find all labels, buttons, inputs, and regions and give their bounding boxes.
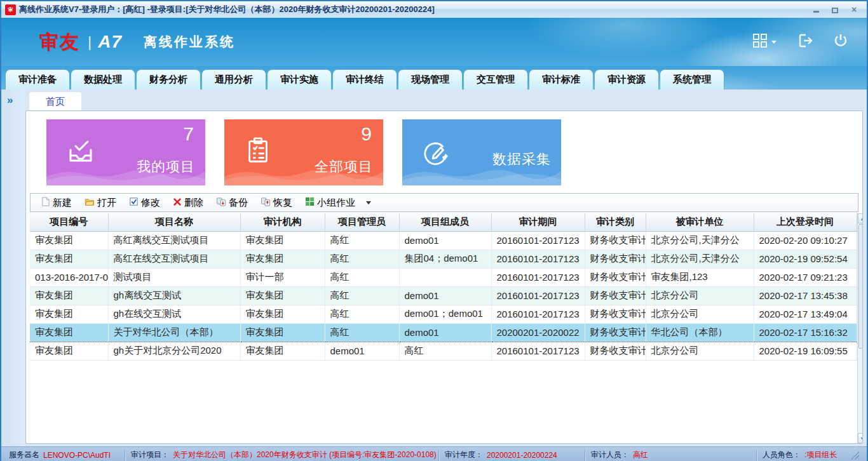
module-tab[interactable]: 财务分析 <box>136 69 201 90</box>
restore-button[interactable]: 恢复 <box>255 195 297 211</box>
window-title: 离线作业系统V7-登录用户：[高红] -登录项目:[关于对华北公司（本部）202… <box>19 4 435 15</box>
apps-grid-button[interactable] <box>752 32 776 51</box>
cell-audit-type: 财务收支审计 <box>585 323 646 342</box>
cell-last-login: 2020-02-19 16:09:55 <box>754 342 857 360</box>
cell-team-members <box>399 268 491 286</box>
new-button[interactable]: 新建 <box>36 195 77 211</box>
scroll-down-button[interactable]: ▼ <box>858 433 864 443</box>
grid-icon <box>752 32 768 51</box>
all-projects-card[interactable]: 9 全部项目 <box>224 119 383 185</box>
module-tab[interactable]: 审计准备 <box>5 69 70 90</box>
module-tab[interactable]: 系统管理 <box>660 69 724 90</box>
open-button[interactable]: 打开 <box>79 195 121 211</box>
group-work-dropdown[interactable] <box>363 196 374 210</box>
role-label: 人员角色： <box>763 450 801 460</box>
audit-project-value: 关于对华北公司（本部）2020年财务收支审计 (项目编号:审友集团-2020-0… <box>173 450 437 460</box>
backup-button[interactable]: 备份 <box>211 195 253 211</box>
cell-audit-type: 财务收支审计 <box>585 231 646 250</box>
column-header[interactable]: 审计机构 <box>240 213 325 231</box>
cell-audit-type: 财务收支审计 <box>585 268 646 286</box>
my-projects-card[interactable]: 7 我的项目 <box>46 119 205 185</box>
cell-last-login: 2020-02-17 13:45:38 <box>754 286 857 305</box>
table-row[interactable]: 013-2016-2017-0 测试项目 审计一部 高红 20160101-20… <box>30 268 857 286</box>
cell-audit-period: 20160101-2017123 <box>491 342 585 360</box>
column-header[interactable]: 上次登录时间 <box>754 213 857 231</box>
cell-audit-org: 审友集团 <box>240 286 325 305</box>
open-folder-icon <box>85 197 95 208</box>
cell-auditee: 华北公司（本部） <box>646 323 754 342</box>
cell-team-members: 高红 <box>399 342 491 360</box>
delete-button[interactable]: 删除 <box>168 195 208 211</box>
minimize-button[interactable] <box>811 5 821 14</box>
cell-team-members: demo01 <box>399 286 491 305</box>
power-button[interactable] <box>832 32 849 51</box>
delete-x-icon <box>173 197 182 208</box>
column-header[interactable]: 项目组成员 <box>399 213 491 231</box>
data-collection-card[interactable]: 数据采集 <box>402 119 561 185</box>
cell-team-members: demo01 <box>399 323 491 342</box>
cell-last-login: 2020-02-19 09:52:54 <box>754 250 857 268</box>
wave-decoration <box>402 164 561 185</box>
statusbar: 服务器名 LENOVO-PC\AudTI 审计项目： 关于对华北公司（本部）20… <box>1 446 867 461</box>
tab-home[interactable]: 首页 <box>29 92 81 110</box>
app-name: 离线作业系统 <box>144 33 235 51</box>
cell-project-id: 审友集团 <box>30 250 108 268</box>
projects-table-zone: 项目编号项目名称审计机构项目管理员项目组成员审计期间审计类别被审计单位上次登录时… <box>30 213 862 443</box>
cell-audit-type: 财务收支审计 <box>585 286 646 305</box>
project-toolbar: 新建 打开 修改 删除 <box>30 193 858 212</box>
module-tab[interactable]: 审计终结 <box>332 69 397 90</box>
table-row[interactable]: 审友集团 gh在线交互测试 审友集团 高红 demo01；demo01 2016… <box>30 305 857 323</box>
column-header[interactable]: 项目管理员 <box>325 213 399 231</box>
module-tab[interactable]: 审计实施 <box>267 69 332 90</box>
scroll-up-button[interactable]: ▲ <box>858 213 864 224</box>
column-header[interactable]: 审计类别 <box>585 213 646 231</box>
my-projects-count: 7 <box>183 123 194 145</box>
workspace: » 首页 7 我的项目 <box>1 90 867 446</box>
scrollbar-thumb[interactable] <box>858 224 864 349</box>
app-logo-icon: 审 <box>5 4 16 15</box>
vertical-scrollbar[interactable]: ▲ ▼ <box>857 213 864 443</box>
cell-audit-type: 财务收支审计 <box>585 250 646 268</box>
column-header[interactable]: 项目编号 <box>30 213 108 231</box>
logout-button[interactable] <box>796 32 813 52</box>
group-grid-icon <box>305 197 315 208</box>
module-tab[interactable]: 数据处理 <box>71 69 135 90</box>
module-tab-bar: 审计准备数据处理财务分析通用分析审计实施审计终结现场管理交互管理审计标准审计资源… <box>1 66 867 90</box>
table-row[interactable]: 审友集团 高红离线交互测试项目 审友集团 高红 demo01 20160101-… <box>30 231 857 250</box>
cell-last-login: 2020-02-17 09:21:23 <box>754 268 857 286</box>
column-header[interactable]: 项目名称 <box>108 213 240 231</box>
resize-grip[interactable] <box>850 451 859 460</box>
module-tab[interactable]: 通用分析 <box>201 69 266 90</box>
cell-project-id: 审友集团 <box>30 305 108 323</box>
table-row[interactable]: 审友集团 关于对华北公司（本部） 审友集团 高红 demo01 20200201… <box>30 323 857 342</box>
home-panel: 7 我的项目 9 全部 <box>25 110 863 444</box>
modify-button[interactable]: 修改 <box>124 195 165 211</box>
app-header: 审友 | A7 离线作业系统 <box>1 18 867 66</box>
module-tab[interactable]: 现场管理 <box>398 69 463 90</box>
cell-audit-org: 审友集团 <box>240 250 325 268</box>
server-label: 服务器名 <box>9 450 39 460</box>
auditor-value: 高红 <box>633 450 648 460</box>
module-tab[interactable]: 审计资源 <box>594 69 659 90</box>
cell-project-manager: 高红 <box>325 305 399 323</box>
table-row[interactable]: 审友集团 高红在线交互测试项目 审友集团 高红 集团04；demo01 2016… <box>30 250 857 268</box>
column-header[interactable]: 被审计单位 <box>646 213 754 231</box>
table-row[interactable]: 审友集团 gh离线交互测试 审友集团 高红 demo01 20160101-20… <box>30 286 857 305</box>
audit-project-label: 审计项目： <box>131 450 169 460</box>
audit-year-value: 20200201-20200224 <box>487 451 557 460</box>
module-tab[interactable]: 交互管理 <box>463 69 528 90</box>
clipboard-list-icon <box>243 136 273 168</box>
close-button[interactable]: × <box>849 5 859 14</box>
cell-project-manager: 高红 <box>325 323 399 342</box>
cell-project-manager: 高红 <box>325 286 399 305</box>
maximize-button[interactable] <box>830 5 840 14</box>
expand-chevrons-icon[interactable]: » <box>7 94 13 107</box>
role-value: :项目组长 <box>804 450 837 460</box>
column-header[interactable]: 审计期间 <box>491 213 585 231</box>
restore-icon <box>261 197 271 208</box>
module-tab[interactable]: 审计标准 <box>529 69 593 90</box>
cell-project-name: 高红离线交互测试项目 <box>108 231 240 250</box>
table-row[interactable]: 审友集团 gh关于对北京分公司2020 审友集团 demo01 高红 20160… <box>30 342 857 360</box>
group-work-button[interactable]: 小组作业 <box>300 195 360 211</box>
server-value: LENOVO-PC\AudTI <box>43 451 111 460</box>
